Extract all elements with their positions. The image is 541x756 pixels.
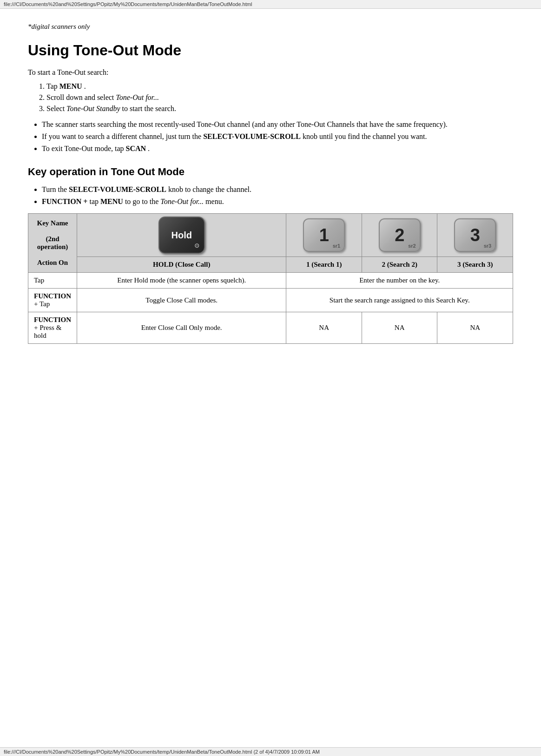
hold-key-cell: Hold ⊙: [77, 214, 286, 257]
tap-hold-action: Enter Hold mode (the scanner opens squel…: [77, 273, 286, 289]
bullet-list-1: The scanner starts searching the most re…: [42, 120, 513, 153]
step2-italic: Tone-Out for...: [116, 93, 159, 101]
bullet-2-1: Turn the SELECT-VOLUME-SCROLL knob to ch…: [42, 185, 513, 194]
key-name-line3: operation): [34, 243, 71, 251]
hold-key-img: Hold ⊙: [158, 217, 205, 254]
key-name-line4: Action On: [34, 259, 71, 267]
svs-knob-bold: SELECT-VOLUME-SCROLL: [203, 132, 301, 140]
function-hold-action: Enter Close Call Only mode.: [77, 312, 286, 344]
key-name-header: Key Name (2nd operation) Action On: [28, 214, 77, 273]
hold-action-label: HOLD (Close Call): [77, 257, 286, 273]
key1-action-label: 1 (Search 1): [286, 257, 362, 273]
function-hold-na3: NA: [437, 312, 513, 344]
hold-key-label: Hold: [172, 230, 192, 241]
key2-action-label: 2 (Search 2): [362, 257, 437, 273]
key1-img: 1 sr1: [303, 218, 345, 252]
section2-title: Key operation in Tone Out Mode: [28, 166, 513, 178]
function-hold-na2: NA: [362, 312, 437, 344]
bullet-1-2: If you want to search a different channe…: [42, 132, 513, 141]
browser-address-bar: file:///Cl/Documents%20and%20Settings/PO…: [0, 0, 541, 9]
tap-num-action: Enter the number on the key.: [286, 273, 513, 289]
key1-label: 1: [319, 226, 329, 244]
function-tap-hold-action: Toggle Close Call modes.: [77, 289, 286, 312]
function-hold-label: FUNCTION+ Press &hold: [28, 312, 77, 344]
table-row-function-hold: FUNCTION+ Press &hold Enter Close Call O…: [28, 312, 513, 344]
table-action-labels-row: HOLD (Close Call) 1 (Search 1) 2 (Search…: [28, 257, 513, 273]
step-3: Select Tone-Out Standby to start the sea…: [46, 105, 513, 113]
key1-cell: 1 sr1: [286, 214, 362, 257]
key3-label: 3: [470, 226, 480, 244]
key-name-line2: (2nd: [34, 235, 71, 243]
key-name-line1: Key Name: [34, 219, 71, 227]
main-content: *digital scanners only Using Tone-Out Mo…: [0, 9, 541, 370]
scan-bold: SCAN: [126, 145, 146, 152]
step3-italic: Tone-Out Standby: [66, 105, 120, 112]
step-2: Scroll down and select Tone-Out for...: [46, 93, 513, 102]
url-text: file:///Cl/Documents%20and%20Settings/PO…: [4, 1, 252, 7]
bullet-list-2: Turn the SELECT-VOLUME-SCROLL knob to ch…: [42, 185, 513, 206]
bullet-2-2: FUNCTION + tap MENU to go to the Tone-Ou…: [42, 197, 513, 206]
step-1: Tap MENU .: [46, 82, 513, 91]
bullet-1-1: The scanner starts searching the most re…: [42, 120, 513, 129]
key-operation-table: Key Name (2nd operation) Action On Hold …: [28, 213, 513, 344]
key2-cell: 2 sr2: [362, 214, 437, 257]
table-row-function-tap: FUNCTION+ Tap Toggle Close Call modes. S…: [28, 289, 513, 312]
svs-knob2-bold: SELECT-VOLUME-SCROLL: [69, 185, 166, 193]
key3-cell: 3 sr3: [437, 214, 513, 257]
key3-img: 3 sr3: [454, 218, 496, 252]
hold-key-icon: ⊙: [194, 242, 199, 249]
main-title: Using Tone-Out Mode: [28, 42, 513, 59]
function-hold-na1: NA: [286, 312, 362, 344]
steps-list: Tap MENU . Scroll down and select Tone-O…: [46, 82, 513, 113]
key1-sr: sr1: [333, 243, 341, 249]
key2-img: 2 sr2: [379, 218, 421, 252]
intro-text: To start a Tone-Out search:: [28, 68, 513, 77]
key3-action-label: 3 (Search 3): [437, 257, 513, 273]
menu-bold: MENU: [100, 197, 123, 205]
key3-sr: sr3: [484, 243, 492, 249]
bullet-1-3: To exit Tone-Out mode, tap SCAN .: [42, 145, 513, 153]
key2-sr: sr2: [408, 243, 416, 249]
table-header-row: Key Name (2nd operation) Action On Hold …: [28, 214, 513, 257]
tap-row-label: Tap: [28, 273, 77, 289]
function-tap-label: FUNCTION+ Tap: [28, 289, 77, 312]
function-bold: FUNCTION +: [42, 197, 87, 205]
toneout-italic: Tone-Out for...: [160, 197, 204, 205]
step1-bold: MENU: [59, 82, 82, 90]
function-tap-num-action: Start the search range assigned to this …: [286, 289, 513, 312]
italic-note: *digital scanners only: [28, 23, 513, 31]
table-row-tap: Tap Enter Hold mode (the scanner opens s…: [28, 273, 513, 289]
key2-label: 2: [395, 226, 404, 244]
